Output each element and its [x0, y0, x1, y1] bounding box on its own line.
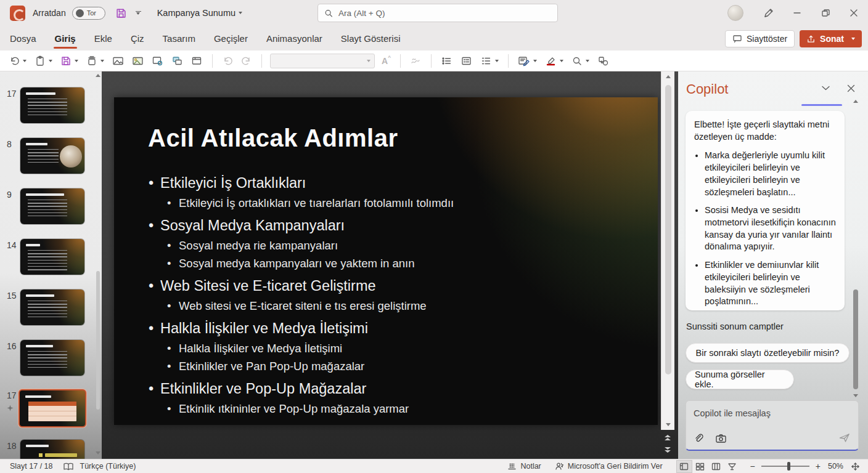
paste-button[interactable] — [33, 54, 54, 68]
user-avatar[interactable] — [727, 5, 743, 21]
minimize-button[interactable] — [783, 0, 811, 26]
previous-slide-button[interactable] — [661, 432, 674, 442]
numbered-list-icon[interactable] — [479, 54, 500, 68]
powerpoint-app-icon[interactable] — [10, 6, 25, 21]
present-button[interactable]: Siayttöster — [725, 30, 795, 47]
slide-sub-bullet[interactable]: Sosyal medya kampanyaları ve yaktem in a… — [114, 256, 658, 270]
slide-thumbnail[interactable] — [20, 188, 84, 224]
slide-thumbnail-selected[interactable] — [18, 389, 86, 427]
grow-font-button[interactable]: A^ — [380, 55, 392, 67]
slide-bullet[interactable]: Web Sitesi ve E-ticaret Geliştirme — [114, 277, 658, 295]
picture-icon[interactable] — [131, 54, 145, 68]
slide-bullet[interactable]: Etkinlikler ve Pop-Up Mağazalar — [114, 380, 658, 398]
scroll-up-icon[interactable] — [96, 74, 100, 77]
share-button[interactable]: Sonat — [800, 30, 862, 47]
undo-button[interactable] — [7, 54, 28, 68]
slide-bullet[interactable]: Etkileyici İş Ortaklıkları — [114, 174, 658, 192]
slide-canvas[interactable]: Acil Atılacak Adımlar Etkileyici İş Orta… — [114, 97, 658, 425]
image-icon[interactable] — [111, 54, 125, 68]
zoom-in-button[interactable]: + — [814, 461, 822, 471]
copilot-message-input[interactable] — [694, 408, 851, 418]
send-icon[interactable] — [838, 432, 851, 443]
scroll-down-icon[interactable] — [96, 451, 100, 455]
ink-notes-icon[interactable] — [517, 54, 538, 68]
slide-title[interactable]: Acil Atılacak Adımlar — [148, 124, 658, 152]
copy-icon[interactable] — [170, 54, 184, 68]
quick-access-customize-icon[interactable] — [136, 11, 141, 15]
language-indicator[interactable]: Türkçe (Türkiye) — [80, 462, 136, 471]
designer-icon[interactable] — [596, 54, 610, 68]
suggestion-chip[interactable]: Bir sonraki slaytı özetleyebilir misin? — [686, 343, 850, 363]
slide-sub-bullet[interactable]: Web sitesi ve E-ticaret siteni e tıs ere… — [114, 299, 658, 313]
slide-sorter-view-button[interactable] — [692, 460, 708, 473]
zoom-level[interactable]: 50% — [828, 462, 843, 471]
tab-ekle[interactable]: Ekle — [93, 31, 113, 46]
tab-animasyonlar[interactable]: Animasyonlar — [265, 31, 324, 46]
find-icon[interactable] — [570, 54, 591, 68]
scroll-down-icon[interactable] — [853, 394, 858, 397]
slide-sub-bullet[interactable]: Halkla İlişkiler ve Medya İletişimi — [114, 341, 658, 355]
scroll-down-icon[interactable] — [666, 423, 671, 426]
close-button[interactable] — [840, 0, 868, 26]
slide-thumbnail[interactable] — [20, 440, 84, 459]
tab-giris[interactable]: Giriş — [54, 31, 77, 46]
search-box[interactable] — [317, 4, 558, 22]
scrollbar-thumb[interactable] — [853, 289, 858, 389]
tab-dosya[interactable]: Dosya — [9, 31, 38, 46]
reading-view-button[interactable] — [708, 460, 724, 473]
screenshot-icon[interactable] — [150, 54, 165, 68]
scroll-up-icon[interactable] — [666, 75, 671, 78]
undo-grayed-button[interactable] — [221, 54, 234, 68]
slide-thumbnail[interactable] — [20, 138, 84, 174]
new-slide-button[interactable] — [85, 54, 105, 68]
next-slide-button[interactable] — [661, 445, 674, 455]
scroll-up-icon[interactable] — [853, 100, 858, 103]
feedback-button[interactable]: Microsoft'a Geri Bildirim Ver — [555, 462, 663, 471]
bullet-list-icon[interactable] — [440, 54, 454, 68]
scrollbar-thumb[interactable] — [96, 271, 100, 410]
autosave-toggle[interactable]: Tor — [72, 7, 105, 20]
editor-scrollbar[interactable] — [661, 71, 674, 430]
format-painter-icon[interactable] — [409, 54, 423, 68]
copilot-message-box[interactable] — [686, 400, 859, 451]
slide-thumbnail[interactable] — [20, 239, 84, 275]
window-icon[interactable] — [190, 54, 204, 68]
zoom-slider-thumb[interactable] — [787, 462, 790, 471]
slide-sub-bullet[interactable]: Etkinlikler ve Pan Pop-Up mağazalar — [114, 359, 658, 373]
ink-pen-icon[interactable] — [755, 0, 783, 26]
tab-slayt-gosterisi[interactable]: Slayt Gösterisi — [340, 31, 402, 46]
slide-thumbnail[interactable] — [20, 340, 84, 376]
suggestion-chip[interactable]: Sunuma görseller ekle. — [686, 370, 794, 389]
attach-icon[interactable] — [694, 433, 704, 443]
accessibility-icon[interactable] — [63, 462, 74, 471]
fit-to-window-button[interactable] — [847, 460, 863, 473]
slide-bullet[interactable]: Halkla İlişkiler ve Medya İletişimi — [114, 320, 658, 338]
zoom-slider[interactable] — [761, 466, 809, 467]
restore-button[interactable] — [811, 0, 840, 26]
save-icon[interactable] — [115, 7, 127, 19]
slide-sub-bullet[interactable]: Etkileyici İş ortaklıkları ve tıarelarla… — [114, 196, 658, 210]
slide-sub-bullet[interactable]: Sosyal medya rie kampanyaları — [114, 238, 658, 253]
copilot-scrollbar[interactable] — [853, 100, 859, 408]
text-highlight-icon[interactable] — [544, 54, 565, 68]
slideshow-view-button[interactable] — [724, 460, 740, 473]
redo-grayed-button[interactable] — [240, 54, 253, 68]
tab-ciz[interactable]: Çiz — [129, 31, 145, 46]
camera-icon[interactable] — [715, 434, 727, 443]
notes-button[interactable]: Notlar — [507, 462, 541, 471]
task-list-icon[interactable] — [459, 54, 473, 68]
zoom-out-button[interactable]: − — [749, 461, 756, 471]
document-title[interactable]: Kampanya Sunumu — [157, 8, 242, 18]
font-name-combobox[interactable] — [270, 54, 375, 68]
slide-indicator[interactable]: Slayt 17 / 18 — [10, 462, 53, 471]
collapse-panel-icon[interactable] — [821, 85, 830, 91]
slide-thumbnail[interactable] — [20, 87, 84, 123]
tab-tasarim[interactable]: Tasarım — [162, 31, 197, 46]
close-panel-icon[interactable] — [847, 84, 855, 92]
tab-gecisler[interactable]: Geçişler — [213, 31, 249, 46]
thumbnail-scrollbar[interactable] — [96, 74, 100, 456]
save-button[interactable] — [59, 54, 80, 68]
slide-thumbnail[interactable] — [20, 289, 84, 325]
slide-sub-bullet[interactable]: Etkinlik ıtkininler ve Pop-Up mağazala y… — [114, 402, 658, 416]
search-input[interactable] — [338, 9, 551, 18]
